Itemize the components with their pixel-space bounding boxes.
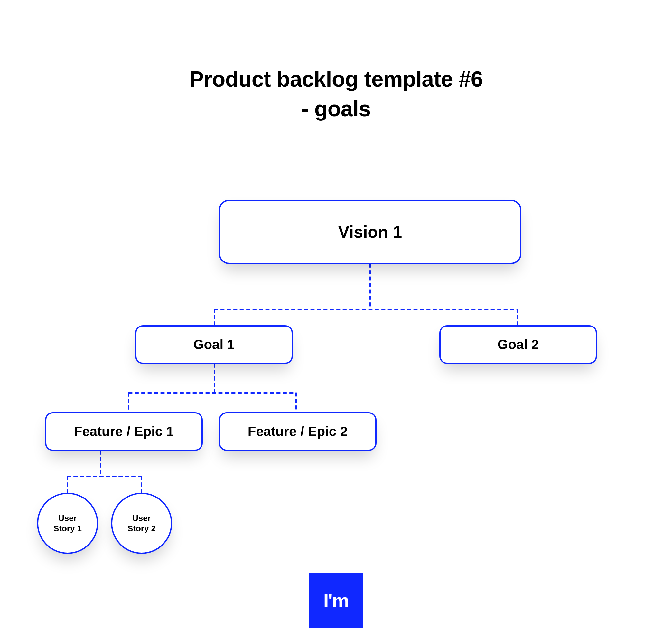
node-user-story-1: User Story 1	[37, 493, 98, 554]
node-goal-1: Goal 1	[135, 325, 293, 364]
node-epic-1: Feature / Epic 1	[45, 412, 203, 451]
node-vision-label: Vision 1	[338, 222, 402, 241]
story-2-line-2: Story 2	[127, 523, 156, 534]
node-goal-2: Goal 2	[439, 325, 597, 364]
node-epic-1-label: Feature / Epic 1	[74, 424, 174, 439]
node-vision: Vision 1	[219, 200, 522, 264]
diagram-canvas: Vision 1 Goal 1 Goal 2 Feature / Epic 1 …	[0, 0, 672, 636]
node-epic-2-label: Feature / Epic 2	[248, 424, 348, 439]
node-user-story-2: User Story 2	[111, 493, 172, 554]
story-2-line-1: User	[127, 513, 156, 523]
connector-lines	[0, 0, 672, 636]
brand-logo-text: I'm	[323, 590, 349, 612]
story-1-line-1: User	[54, 513, 82, 523]
node-goal-1-label: Goal 1	[194, 337, 235, 352]
brand-logo: I'm	[309, 573, 363, 628]
story-1-line-2: Story 1	[54, 523, 82, 534]
node-epic-2: Feature / Epic 2	[219, 412, 376, 451]
node-goal-2-label: Goal 2	[497, 337, 539, 352]
